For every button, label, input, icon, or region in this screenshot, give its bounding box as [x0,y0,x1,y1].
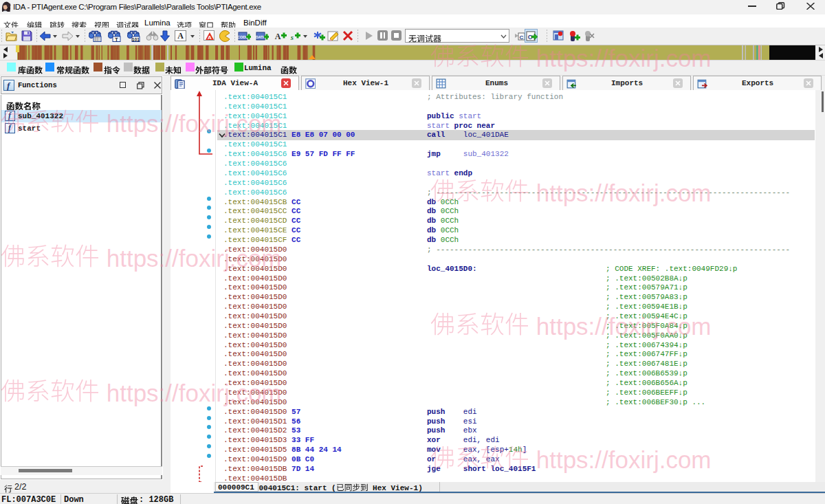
svg-text:101: 101 [132,37,140,42]
svg-text:s: s [290,33,294,41]
svg-text:C: C [520,34,524,41]
svg-text:A: A [275,32,281,41]
svg-text:A: A [208,34,212,41]
svg-text:T: T [115,36,118,42]
